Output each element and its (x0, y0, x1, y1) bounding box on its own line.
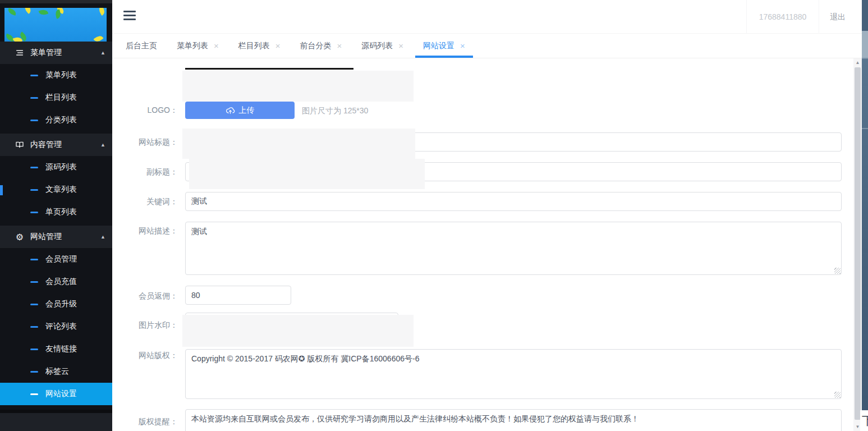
tab-site-settings[interactable]: 网站设置 × (422, 34, 466, 58)
sidebar-item-label: 友情链接 (45, 344, 77, 354)
resize-handle-icon[interactable] (834, 392, 841, 398)
sidebar-item-site-settings[interactable]: 网站设置 (0, 383, 112, 405)
member-rebate-input[interactable] (185, 286, 291, 305)
gear-icon: ⚙ (15, 232, 25, 242)
sidebar-item-source-list[interactable]: 源码列表 (0, 156, 112, 178)
hamburger-menu-icon[interactable] (123, 11, 137, 23)
sidebar-item-member-recharge[interactable]: 会员充值 (0, 270, 112, 293)
redaction-overlay (182, 71, 414, 102)
active-tab-underline (415, 56, 473, 58)
sidebar-item-label: 会员充值 (45, 277, 77, 287)
sidebar-item-label: 会员升级 (45, 299, 77, 309)
leaf-icon (39, 8, 49, 17)
sidebar-scroll-marker (0, 185, 3, 195)
tab-bar: 后台主页 菜单列表 × 栏目列表 × 前台分类 × 源码列表 × 网站设置 × (112, 34, 862, 58)
close-icon[interactable]: × (275, 41, 281, 51)
copyright-notice-textarea[interactable]: 本站资源均来自互联网或会员发布，仅供研究学习请勿商用以及产生法律纠纷本站概不负责… (185, 409, 842, 431)
sidebar-item-menu-list[interactable]: 菜单列表 (0, 64, 112, 86)
sidebar: 菜单管理 ▲ 菜单列表 栏目列表 分类列表 内容管理 ▲ 源码列表 文章列表 单… (0, 0, 112, 431)
sidebar-section-site-management[interactable]: ⚙ 网站管理 ▲ (0, 226, 112, 248)
scroll-up-icon[interactable]: ▲ (853, 60, 862, 65)
keywords-input[interactable] (185, 192, 842, 211)
sidebar-item-article-list[interactable]: 文章列表 (0, 178, 112, 201)
menu-list-icon (15, 48, 25, 58)
submenu: 源码列表 文章列表 单页列表 (0, 156, 112, 226)
edge-segment (862, 0, 868, 31)
submenu: 菜单列表 栏目列表 分类列表 (0, 64, 112, 134)
description-textarea[interactable]: 测试 (185, 222, 842, 275)
dash-icon (30, 97, 38, 99)
tab-front-category[interactable]: 前台分类 × (299, 34, 343, 58)
sidebar-item-member-upgrade[interactable]: 会员升级 (0, 293, 112, 315)
close-icon[interactable]: × (398, 41, 403, 51)
sidebar-item-friend-links[interactable]: 友情链接 (0, 338, 112, 360)
tab-column-list[interactable]: 栏目列表 × (237, 34, 282, 58)
close-icon[interactable]: × (460, 41, 465, 51)
logo-size-hint: 图片尺寸为 125*30 (302, 106, 368, 116)
scrollbar-thumb[interactable] (855, 67, 861, 420)
dash-icon (30, 371, 38, 373)
edge-segment (862, 31, 868, 58)
field-label-description: 网站描述： (112, 226, 178, 236)
site-logo[interactable] (4, 8, 107, 42)
section-label: 菜单管理 (30, 48, 62, 58)
sidebar-section-menu-management[interactable]: 菜单管理 ▲ (0, 42, 112, 64)
sidebar-item-label: 会员管理 (45, 254, 77, 264)
sidebar-item-label: 分类列表 (45, 115, 77, 125)
leaf-icon (97, 8, 107, 16)
copyright-textarea[interactable]: Copyright © 2015-2017 码农网✪ 版权所有 冀ICP备160… (185, 349, 842, 399)
sidebar-footer (0, 410, 112, 431)
edge-segment (862, 58, 868, 59)
upload-button-label: 上传 (239, 106, 255, 116)
leaf-icon (7, 8, 17, 16)
dash-icon (30, 259, 38, 260)
sidebar-item-column-list[interactable]: 栏目列表 (0, 86, 112, 109)
browser-edge-scrollbar[interactable] (862, 0, 868, 410)
field-label-member-rebate: 会员返佣： (112, 291, 178, 301)
dash-icon (30, 120, 38, 121)
sidebar-item-category-list[interactable]: 分类列表 (0, 109, 112, 131)
upload-button[interactable]: 上传 (185, 102, 295, 119)
sidebar-item-label: 网站设置 (45, 389, 77, 399)
chevron-up-icon[interactable]: ▲ (100, 234, 105, 240)
tab-dashboard[interactable]: 后台主页 (125, 34, 158, 58)
tab-label: 菜单列表 (177, 41, 208, 51)
field-label-logo: LOGO： (112, 106, 178, 116)
logo-preview-edge (185, 68, 353, 70)
sidebar-item-comment-list[interactable]: 评论列表 (0, 315, 112, 338)
sidebar-section-content-management[interactable]: 内容管理 ▲ (0, 134, 112, 156)
book-icon (15, 140, 25, 150)
content-scrollbar[interactable]: ▲ ▼ (853, 58, 862, 431)
tab-menu-list[interactable]: 菜单列表 × (176, 34, 220, 58)
redaction-overlay (189, 159, 425, 189)
field-label-copyright-notice: 版权提醒： (112, 417, 178, 427)
sidebar-item-label: 菜单列表 (45, 70, 77, 80)
partial-glyph: 下 (862, 413, 868, 429)
sidebar-item-tag-cloud[interactable]: 标签云 (0, 360, 112, 383)
redaction-overlay (182, 129, 415, 159)
tab-label: 网站设置 (423, 41, 454, 51)
resize-handle-icon[interactable] (834, 268, 841, 274)
sidebar-item-label: 文章列表 (45, 185, 77, 195)
cloud-upload-icon (226, 106, 235, 114)
sidebar-item-label: 源码列表 (45, 162, 77, 172)
chevron-up-icon[interactable]: ▲ (100, 50, 105, 56)
clipped-background-text: 下 (860, 410, 868, 431)
logout-button[interactable]: 退出 (819, 0, 856, 34)
redaction-overlay (182, 315, 414, 347)
close-icon[interactable]: × (214, 41, 219, 51)
close-icon[interactable]: × (337, 41, 342, 51)
top-header: 17688411880 退出 (112, 0, 862, 34)
field-label-watermark: 图片水印： (112, 320, 178, 331)
sidebar-item-member-management[interactable]: 会员管理 (0, 248, 112, 270)
sidebar-item-single-page-list[interactable]: 单页列表 (0, 201, 112, 223)
tab-source-list[interactable]: 源码列表 × (360, 34, 405, 58)
chevron-up-icon[interactable]: ▲ (100, 142, 105, 148)
user-phone[interactable]: 17688411880 (746, 0, 819, 34)
sidebar-item-label: 单页列表 (45, 207, 77, 217)
dash-icon (30, 326, 38, 328)
tab-label: 前台分类 (300, 41, 332, 51)
dash-icon (30, 281, 38, 283)
sidebar-item-label: 栏目列表 (45, 93, 77, 103)
dash-icon (30, 189, 38, 191)
